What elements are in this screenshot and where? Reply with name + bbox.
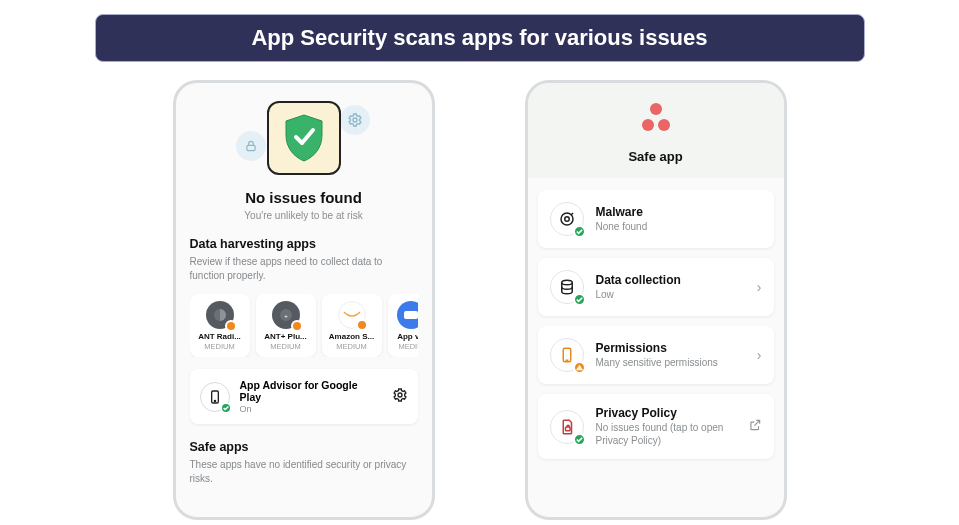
app-name: ANT Radi... — [194, 332, 246, 341]
warning-badge-icon — [356, 319, 368, 331]
check-badge-icon — [220, 402, 232, 414]
app-name: ANT+ Plu... — [260, 332, 312, 341]
check-badge-icon — [573, 433, 586, 446]
app-card[interactable]: + ANT+ Plu... MEDIUM — [256, 294, 316, 357]
safe-apps-desc: These apps have no identified security o… — [190, 458, 418, 485]
status-hero: No issues found You're unlikely to be at… — [186, 95, 422, 221]
phone-frame-right: Safe app Malware None found — [525, 80, 787, 520]
page-title-banner: App Security scans apps for various issu… — [95, 14, 865, 62]
app-card[interactable]: App va MEDIU — [388, 294, 418, 357]
phone-frame-left: No issues found You're unlikely to be at… — [173, 80, 435, 520]
advisor-card[interactable]: App Advisor for Google Play On — [190, 369, 418, 424]
chevron-right-icon: › — [757, 279, 762, 295]
warning-badge-icon — [573, 361, 586, 374]
detail-sub: Many sensitive permissions — [596, 356, 745, 369]
detail-sub: Low — [596, 288, 745, 301]
advisor-title: App Advisor for Google Play — [240, 379, 382, 403]
detail-title: Malware — [596, 205, 762, 219]
advisor-status: On — [240, 404, 382, 414]
app-risk: MEDIU — [392, 342, 418, 351]
document-lock-icon — [550, 410, 584, 444]
check-badge-icon — [573, 225, 586, 238]
svg-point-7 — [398, 393, 402, 397]
app-detail-title: Safe app — [528, 149, 784, 164]
shield-check-icon — [267, 101, 341, 175]
detail-title: Permissions — [596, 341, 745, 355]
app-card[interactable]: ANT Radi... MEDIUM — [190, 294, 250, 357]
gear-icon[interactable] — [392, 387, 408, 407]
warning-badge-icon — [291, 320, 303, 332]
detail-title: Privacy Policy — [596, 406, 736, 420]
app-risk: MEDIUM — [326, 342, 378, 351]
app-risk: MEDIUM — [260, 342, 312, 351]
status-title: No issues found — [245, 189, 362, 206]
phone-icon — [550, 338, 584, 372]
app-icon — [206, 301, 234, 329]
app-name: App va — [392, 332, 418, 341]
harvesting-title: Data harvesting apps — [190, 237, 418, 251]
gear-bg-icon — [340, 105, 370, 135]
detail-row-data-collection[interactable]: Data collection Low › — [538, 258, 774, 316]
lock-icon — [236, 131, 266, 161]
advisor-icon — [200, 382, 230, 412]
app-card[interactable]: Amazon S... MEDIUM — [322, 294, 382, 357]
app-icon: + — [272, 301, 300, 329]
svg-point-9 — [564, 217, 569, 222]
app-logo-icon — [637, 101, 675, 139]
app-detail-header: Safe app — [528, 83, 784, 178]
svg-rect-0 — [246, 145, 254, 150]
detail-sub: No issues found (tap to open Privacy Pol… — [596, 421, 736, 447]
warning-badge-icon — [225, 320, 237, 332]
app-cards-row[interactable]: ANT Radi... MEDIUM + ANT+ Plu... MEDIUM — [190, 294, 418, 357]
app-name: Amazon S... — [326, 332, 378, 341]
detail-row-privacy-policy[interactable]: Privacy Policy No issues found (tap to o… — [538, 394, 774, 459]
detail-sub: None found — [596, 220, 762, 233]
chevron-right-icon: › — [757, 347, 762, 363]
svg-rect-13 — [565, 427, 570, 431]
svg-point-6 — [214, 400, 215, 401]
database-icon — [550, 270, 584, 304]
status-subtitle: You're unlikely to be at risk — [244, 210, 362, 221]
svg-point-10 — [561, 280, 572, 285]
target-icon — [550, 202, 584, 236]
detail-row-malware[interactable]: Malware None found — [538, 190, 774, 248]
external-link-icon — [748, 418, 762, 435]
app-icon — [338, 301, 366, 329]
app-icon — [397, 301, 418, 329]
check-badge-icon — [573, 293, 586, 306]
detail-title: Data collection — [596, 273, 745, 287]
app-risk: MEDIUM — [194, 342, 246, 351]
svg-text:+: + — [284, 313, 288, 319]
harvesting-desc: Review if these apps need to collect dat… — [190, 255, 418, 282]
svg-point-1 — [353, 118, 357, 122]
detail-row-permissions[interactable]: Permissions Many sensitive permissions › — [538, 326, 774, 384]
safe-apps-title: Safe apps — [190, 440, 418, 454]
